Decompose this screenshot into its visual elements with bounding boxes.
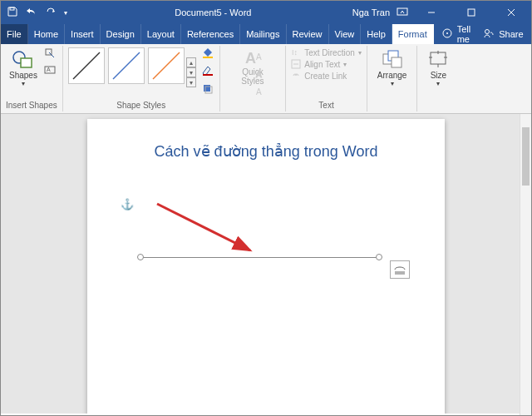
text-outline-icon: A <box>255 68 267 83</box>
text-fill-icon: A <box>255 51 267 66</box>
vertical-scrollbar[interactable] <box>520 114 531 415</box>
group-size: Size ▾ <box>417 46 459 111</box>
scrollbar-thumb[interactable] <box>522 127 530 186</box>
undo-icon[interactable] <box>26 7 37 18</box>
ribbon-tabs: File Home Insert Design Layout Reference… <box>1 24 531 44</box>
text-effects-icon: A <box>255 86 267 101</box>
tab-insert[interactable]: Insert <box>65 24 101 44</box>
text-box-icon[interactable]: A <box>44 64 56 79</box>
tab-layout[interactable]: Layout <box>141 24 181 44</box>
svg-rect-7 <box>21 58 32 67</box>
quick-styles-button: A Quick Styles <box>225 47 281 87</box>
ribbon-options-icon[interactable] <box>397 7 408 18</box>
group-wordart-styles: A Quick Styles A A A WordArt Styles <box>220 46 287 111</box>
svg-rect-16 <box>204 85 210 92</box>
title-bar: ▾ Document5 - Word Nga Tran <box>1 1 531 24</box>
resize-handle-right[interactable] <box>376 254 382 260</box>
svg-rect-28 <box>431 52 446 64</box>
anchor-icon[interactable]: ⚓ <box>121 198 134 210</box>
shape-effects-icon[interactable] <box>201 82 214 97</box>
shape-outline-icon[interactable] <box>201 65 214 80</box>
close-button[interactable] <box>495 1 528 24</box>
group-shape-styles: ▴▾▾ Shape Styles <box>63 46 220 111</box>
chevron-down-icon: ▾ <box>22 80 25 87</box>
document-title: Document5 - Word <box>74 7 352 17</box>
user-name[interactable]: Nga Tran <box>352 7 390 17</box>
document-area: Cách vẽ đường thẳng trong Word ⚓ <box>1 114 531 414</box>
svg-rect-2 <box>468 9 475 16</box>
tellme-label[interactable]: Tell me <box>457 24 471 44</box>
page[interactable]: Cách vẽ đường thẳng trong Word ⚓ <box>87 119 445 414</box>
group-text: I↕Text Direction▾ Align Text▾ Create Lin… <box>286 46 367 111</box>
tab-file[interactable]: File <box>1 24 28 44</box>
document-heading: Cách vẽ đường thẳng trong Word <box>119 142 413 161</box>
svg-rect-15 <box>203 74 213 76</box>
selected-line-shape[interactable] <box>137 254 382 262</box>
svg-point-5 <box>485 30 490 34</box>
svg-rect-0 <box>10 7 14 10</box>
svg-rect-1 <box>397 8 407 15</box>
tab-format[interactable]: Format <box>392 24 434 44</box>
svg-line-11 <box>73 52 100 79</box>
tab-help[interactable]: Help <box>361 24 392 44</box>
create-link-button: Create Link <box>291 71 362 81</box>
tab-mailings[interactable]: Mailings <box>240 24 286 44</box>
save-icon[interactable] <box>7 7 17 18</box>
tab-design[interactable]: Design <box>101 24 141 44</box>
group-insert-shapes: Shapes ▾ A Insert Shapes <box>1 46 63 111</box>
svg-text:A: A <box>256 70 262 79</box>
svg-text:A: A <box>256 52 262 62</box>
svg-line-29 <box>157 204 250 250</box>
layout-options-button[interactable] <box>390 260 410 279</box>
svg-text:A: A <box>256 87 262 97</box>
svg-text:I↕: I↕ <box>292 48 298 57</box>
svg-point-4 <box>446 32 448 34</box>
edit-shape-icon[interactable] <box>44 47 56 62</box>
quick-access-toolbar: ▾ <box>1 7 74 18</box>
arrange-button[interactable]: Arrange ▾ <box>372 47 412 89</box>
svg-rect-27 <box>392 57 401 67</box>
shape-style-2[interactable] <box>108 47 145 84</box>
share-icon[interactable] <box>484 28 494 40</box>
svg-line-12 <box>113 52 140 79</box>
shape-style-3[interactable] <box>148 47 185 84</box>
qat-customize-icon[interactable]: ▾ <box>64 9 67 17</box>
svg-text:A: A <box>47 67 51 72</box>
resize-handle-left[interactable] <box>137 254 144 260</box>
size-button[interactable]: Size ▾ <box>422 47 454 89</box>
tab-references[interactable]: References <box>181 24 240 44</box>
ribbon: Shapes ▾ A Insert Shapes ▴▾▾ Shape S <box>1 44 531 114</box>
svg-rect-14 <box>203 57 213 58</box>
minimize-button[interactable] <box>415 1 448 24</box>
shapes-button[interactable]: Shapes ▾ <box>6 47 41 89</box>
svg-line-13 <box>153 52 180 79</box>
shape-fill-icon[interactable] <box>201 47 214 62</box>
maximize-button[interactable] <box>455 1 488 24</box>
shape-style-1[interactable] <box>68 47 105 84</box>
tab-home[interactable]: Home <box>28 24 65 44</box>
share-label[interactable]: Share <box>499 29 523 39</box>
align-text-button: Align Text▾ <box>291 59 362 69</box>
chevron-down-icon: ▾ <box>436 80 440 87</box>
text-direction-button: I↕Text Direction▾ <box>291 47 362 57</box>
group-arrange: Arrange ▾ <box>367 46 418 111</box>
redo-icon[interactable] <box>46 7 56 18</box>
tellme-icon[interactable] <box>442 28 452 40</box>
tab-review[interactable]: Review <box>287 24 329 44</box>
tab-view[interactable]: View <box>329 24 362 44</box>
chevron-down-icon: ▾ <box>391 80 394 87</box>
style-gallery-more[interactable]: ▴▾▾ <box>186 47 196 97</box>
